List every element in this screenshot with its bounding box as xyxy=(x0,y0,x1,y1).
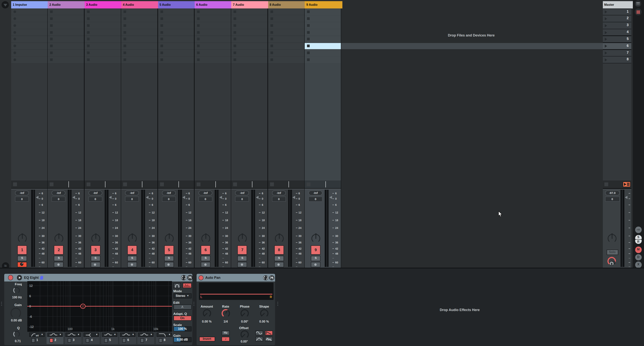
track-activator-number[interactable]: 5 xyxy=(164,245,174,255)
clip-slot[interactable] xyxy=(85,43,121,49)
autopan-invert-button[interactable]: Invert xyxy=(199,337,215,341)
eq-title-bar[interactable]: EQ Eight xyxy=(4,274,192,282)
clip-stop-button[interactable] xyxy=(124,51,126,54)
clip-slot[interactable] xyxy=(305,43,341,49)
volume-fader-handle[interactable] xyxy=(146,196,148,199)
clip-stop-button[interactable] xyxy=(87,24,90,27)
clip-slot[interactable] xyxy=(121,29,157,35)
clip-stop-button[interactable] xyxy=(234,51,236,54)
stop-all-clips-square[interactable] xyxy=(233,182,237,186)
toggle-io[interactable]: I·O xyxy=(635,227,642,233)
eq-band-enable-toggle[interactable] xyxy=(68,338,71,343)
volume-fader-handle[interactable] xyxy=(329,196,332,199)
clip-slot[interactable] xyxy=(11,57,47,63)
track-activator-number[interactable]: 3 xyxy=(91,245,100,255)
clip-stop-button[interactable] xyxy=(50,58,53,61)
volume-fader-handle[interactable] xyxy=(292,196,295,199)
stop-all-clips-square[interactable] xyxy=(306,182,310,186)
stop-all-clips-square[interactable] xyxy=(196,182,200,186)
clip-slot[interactable] xyxy=(305,22,341,29)
toggle-returns[interactable]: R xyxy=(635,239,642,244)
clip-record-button[interactable] xyxy=(14,10,16,13)
scene-slot-7[interactable]: 7 xyxy=(603,50,631,56)
clip-stop-button[interactable] xyxy=(160,38,163,40)
track-peak-display[interactable]: -Inf xyxy=(52,190,66,195)
clip-stop-button[interactable] xyxy=(160,58,163,61)
clip-stop-button[interactable] xyxy=(307,51,310,54)
clip-stop-button[interactable] xyxy=(50,24,53,27)
clip-stop-button[interactable] xyxy=(50,45,53,47)
clip-slot[interactable] xyxy=(48,29,84,35)
clip-stop-button[interactable] xyxy=(87,10,90,13)
eq-hot-swap-button[interactable] xyxy=(181,275,186,280)
clip-slot[interactable] xyxy=(232,22,268,29)
track-arm-button[interactable] xyxy=(54,262,64,267)
clip-record-button[interactable] xyxy=(14,31,16,34)
eq-band-filter-dropdown[interactable]: ▼ xyxy=(66,333,81,337)
clip-slot[interactable] xyxy=(121,57,157,63)
eq-expand-toggle[interactable] xyxy=(17,275,22,280)
clip-stop-button[interactable] xyxy=(124,45,126,47)
track-activator-number[interactable]: 7 xyxy=(238,245,247,255)
track-header[interactable]: 3 Audio xyxy=(85,1,122,8)
eq-band-filter-dropdown[interactable]: ▼ xyxy=(120,333,136,337)
track-solo-button[interactable]: S xyxy=(238,256,247,261)
track-arm-button[interactable] xyxy=(201,262,210,267)
track-activator-number[interactable]: 6 xyxy=(201,245,210,255)
clip-slot[interactable] xyxy=(305,57,341,63)
track-solo-button[interactable]: S xyxy=(91,256,100,261)
track-header[interactable]: 6 Audio xyxy=(195,1,232,8)
clip-slot[interactable] xyxy=(158,29,194,35)
track-peak-display[interactable]: -Inf xyxy=(308,190,322,195)
clip-stop-button[interactable] xyxy=(124,31,126,34)
clip-slot[interactable] xyxy=(195,50,231,56)
volume-fader-handle[interactable] xyxy=(219,196,222,199)
scene-launch-button[interactable] xyxy=(604,58,607,61)
device-chain-handle[interactable] xyxy=(1,302,3,306)
scene-launch-button[interactable] xyxy=(604,24,607,27)
clip-stop-button[interactable] xyxy=(307,10,310,13)
scene-slot-3[interactable]: 3 xyxy=(603,22,631,29)
browser-toggle[interactable] xyxy=(2,1,9,8)
track-peak-display[interactable]: -Inf xyxy=(162,190,176,195)
clip-stop-button[interactable] xyxy=(160,51,163,54)
autopan-rate-knob[interactable] xyxy=(221,309,230,318)
track-volume-display[interactable]: 0 xyxy=(308,197,322,202)
master-solo-button[interactable]: Solo xyxy=(606,250,618,255)
track-activator-number[interactable]: 4 xyxy=(127,245,137,255)
eq-band-enable-toggle[interactable] xyxy=(140,338,144,343)
toggle-sends[interactable]: S xyxy=(635,235,642,239)
clip-stop-button[interactable] xyxy=(50,38,53,40)
waveform-triangle-button[interactable] xyxy=(256,337,263,341)
clip-stop-button[interactable] xyxy=(124,17,126,20)
clip-stop-button[interactable] xyxy=(50,31,53,34)
eq-band-filter-dropdown[interactable]: ▼ xyxy=(47,333,63,337)
clip-stop-button[interactable] xyxy=(197,10,200,13)
clip-slot[interactable] xyxy=(121,22,157,29)
scene-launch-button[interactable] xyxy=(604,45,607,48)
toggle-crossfade[interactable]: X xyxy=(635,262,642,268)
autopan-phase-knob[interactable] xyxy=(240,309,249,318)
autopan-title-bar[interactable]: Auto Pan xyxy=(196,274,275,282)
clip-slot[interactable] xyxy=(121,43,157,49)
autopan-shape-knob[interactable] xyxy=(260,309,269,318)
track-volume-display[interactable]: 0 xyxy=(52,197,66,202)
clip-slot[interactable] xyxy=(232,29,268,35)
eq-adaptq-toggle[interactable]: On xyxy=(173,316,192,321)
clip-slot[interactable] xyxy=(232,9,268,15)
clip-slot[interactable] xyxy=(232,36,268,42)
clip-stop-button[interactable] xyxy=(197,31,200,34)
track-activator-number[interactable]: 1 xyxy=(17,245,27,255)
track-header[interactable]: 5 Audio xyxy=(158,1,196,8)
clip-slot[interactable] xyxy=(305,36,341,42)
clip-stop-button[interactable] xyxy=(270,51,273,54)
scene-slot-2[interactable]: 2 xyxy=(603,15,631,22)
scene-list-toggle[interactable] xyxy=(635,0,641,7)
clip-slot[interactable] xyxy=(195,36,231,42)
clip-slot[interactable] xyxy=(305,29,341,35)
eq-freq-value[interactable]: 100 Hz xyxy=(12,296,22,299)
device-resize-handle[interactable] xyxy=(277,302,279,306)
volume-fader-handle[interactable] xyxy=(625,196,628,199)
eq-band-filter-dropdown[interactable]: ▼ xyxy=(84,333,99,337)
stop-all-clips-square[interactable] xyxy=(270,182,274,186)
